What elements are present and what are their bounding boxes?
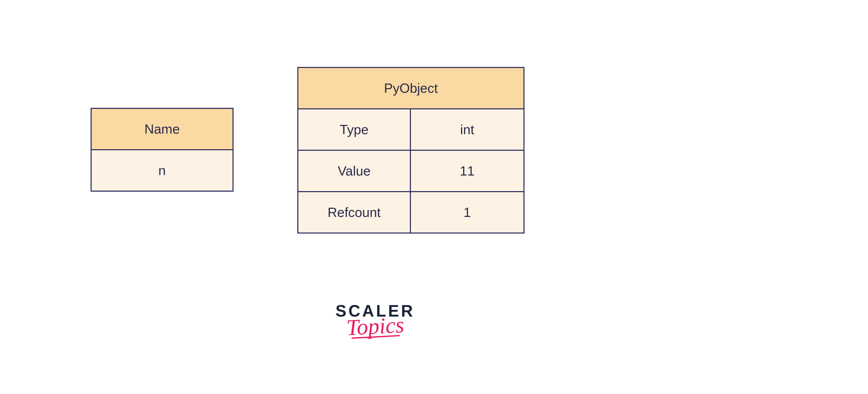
name-table: Name n (91, 108, 234, 192)
pyobject-row-refcount-value: 1 (411, 192, 523, 232)
pyobject-row-type-value: int (411, 109, 523, 150)
pyobject-row-value-value: 11 (411, 151, 523, 191)
logo-line2: Topics (346, 312, 405, 341)
diagram-area: Name n PyObject Type int Value 11 Refcou… (86, 67, 525, 251)
pyobject-row-refcount-label: Refcount (298, 192, 411, 232)
pyobject-table: PyObject Type int Value 11 Refcount 1 (297, 67, 525, 233)
pyobject-table-title: PyObject (298, 68, 523, 108)
pyobject-row-type-label: Type (298, 109, 411, 150)
pyobject-row-value-label: Value (298, 151, 411, 191)
name-table-value: n (92, 150, 232, 191)
scaler-topics-logo: SCALER Topics (321, 302, 429, 339)
name-table-header: Name (92, 109, 232, 149)
